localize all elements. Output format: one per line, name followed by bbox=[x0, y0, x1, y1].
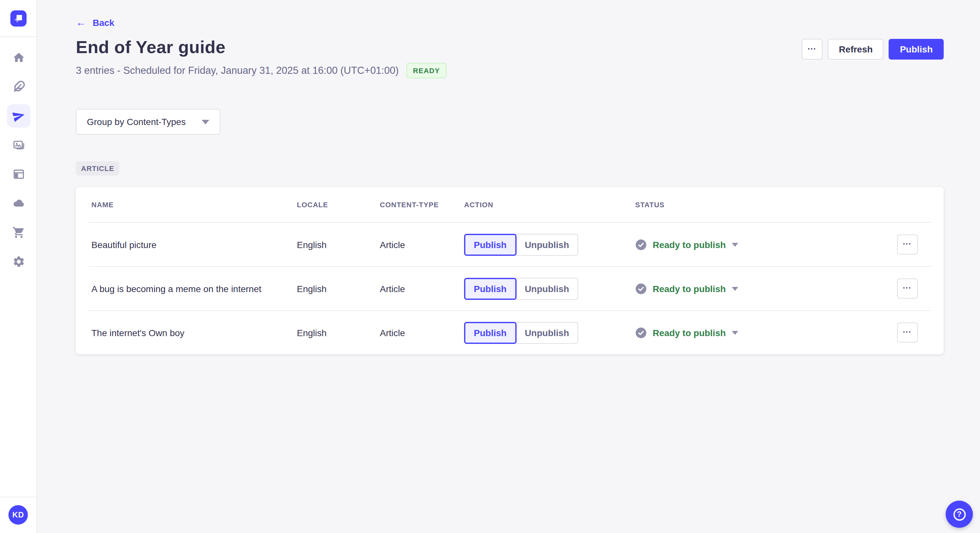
column-header-action: ACTION bbox=[464, 201, 635, 209]
sidebar-item-settings[interactable] bbox=[0, 247, 37, 276]
sidebar-item-cloud[interactable] bbox=[0, 189, 37, 217]
group-by-select[interactable]: Group by Content-Types bbox=[76, 109, 220, 135]
table-header: NAME LOCALE CONTENT-TYPE ACTION STATUS bbox=[89, 187, 931, 222]
cart-icon bbox=[12, 226, 25, 239]
action-segmented-control: Publish Unpublish bbox=[464, 278, 578, 300]
check-circle-icon bbox=[635, 327, 647, 338]
user-avatar[interactable]: KD bbox=[8, 505, 28, 525]
cell-locale: English bbox=[297, 239, 380, 250]
column-header-locale: LOCALE bbox=[297, 201, 380, 209]
paper-plane-icon bbox=[12, 109, 25, 122]
status-label: Ready to publish bbox=[653, 283, 726, 294]
caret-down-icon bbox=[732, 331, 738, 335]
publish-toggle-button[interactable]: Publish bbox=[464, 322, 516, 344]
group-by-label: Group by Content-Types bbox=[87, 117, 186, 127]
cell-locale: English bbox=[297, 327, 380, 338]
sidebar-item-home[interactable] bbox=[0, 43, 37, 72]
row-more-button[interactable]: ••• bbox=[897, 235, 918, 254]
header-actions: ••• Refresh Publish bbox=[802, 39, 944, 60]
back-label: Back bbox=[93, 17, 115, 28]
strapi-logo[interactable] bbox=[10, 10, 26, 26]
images-icon bbox=[12, 138, 25, 151]
app-sidebar: KD bbox=[0, 0, 37, 533]
back-arrow-icon: ← bbox=[76, 17, 86, 28]
gear-icon bbox=[12, 255, 25, 268]
row-more-button[interactable]: ••• bbox=[897, 279, 918, 298]
publish-toggle-button[interactable]: Publish bbox=[464, 233, 516, 255]
sidebar-item-marketplace[interactable] bbox=[0, 217, 37, 247]
status-dropdown[interactable]: Ready to publish bbox=[635, 239, 738, 250]
entries-table-card: NAME LOCALE CONTENT-TYPE ACTION STATUS B… bbox=[76, 187, 944, 354]
logo-container bbox=[0, 0, 36, 37]
chevron-down-icon bbox=[201, 119, 209, 124]
status-dropdown[interactable]: Ready to publish bbox=[635, 327, 738, 338]
column-header-content-type: CONTENT-TYPE bbox=[380, 201, 464, 209]
action-segmented-control: Publish Unpublish bbox=[464, 322, 578, 344]
table-row: A bug is becoming a meme on the internet… bbox=[89, 266, 931, 310]
cloud-icon bbox=[12, 197, 25, 209]
status-badge: READY bbox=[406, 63, 446, 78]
cell-content-type: Article bbox=[380, 327, 464, 338]
refresh-button[interactable]: Refresh bbox=[828, 39, 884, 60]
page-subtitle: 3 entries - Scheduled for Friday, Januar… bbox=[76, 65, 399, 76]
cell-content-type: Article bbox=[380, 283, 464, 294]
page-title: End of Year guide bbox=[76, 36, 446, 58]
feather-icon bbox=[12, 80, 25, 93]
app: KD ← Back End of Year guide 3 entries - … bbox=[0, 0, 980, 533]
main-content: ← Back End of Year guide 3 entries - Sch… bbox=[37, 0, 980, 533]
ellipsis-icon: ••• bbox=[903, 330, 912, 334]
unpublish-toggle-button[interactable]: Unpublish bbox=[515, 322, 578, 344]
table-row: Beautiful picture English Article Publis… bbox=[89, 222, 931, 266]
cell-locale: English bbox=[297, 283, 380, 294]
cell-content-type: Article bbox=[380, 239, 464, 250]
sidebar-nav bbox=[0, 37, 37, 276]
status-dropdown[interactable]: Ready to publish bbox=[635, 283, 738, 294]
caret-down-icon bbox=[732, 287, 738, 290]
status-label: Ready to publish bbox=[653, 327, 726, 338]
title-block: End of Year guide 3 entries - Scheduled … bbox=[76, 36, 446, 78]
check-circle-icon bbox=[635, 239, 647, 250]
sidebar-item-content-manager[interactable] bbox=[0, 72, 37, 101]
cell-name: A bug is becoming a meme on the internet bbox=[91, 283, 297, 294]
page-header: End of Year guide 3 entries - Scheduled … bbox=[76, 36, 944, 78]
home-icon bbox=[12, 51, 25, 64]
cell-name: Beautiful picture bbox=[91, 239, 297, 250]
layout-icon bbox=[12, 167, 25, 180]
unpublish-toggle-button[interactable]: Unpublish bbox=[515, 278, 578, 300]
sidebar-item-releases[interactable] bbox=[0, 101, 37, 130]
publish-button[interactable]: Publish bbox=[889, 39, 944, 60]
back-link[interactable]: ← Back bbox=[76, 17, 115, 28]
check-circle-icon bbox=[635, 283, 647, 294]
row-more-button[interactable]: ••• bbox=[897, 322, 918, 343]
sidebar-item-media-library[interactable] bbox=[0, 130, 37, 159]
unpublish-toggle-button[interactable]: Unpublish bbox=[515, 233, 578, 255]
column-header-name: NAME bbox=[91, 201, 297, 209]
table-row: The internet's Own boy English Article P… bbox=[89, 310, 931, 354]
publish-toggle-button[interactable]: Publish bbox=[464, 278, 516, 300]
sidebar-item-content-type-builder[interactable] bbox=[0, 159, 37, 189]
question-icon: ? bbox=[953, 508, 966, 520]
cell-name: The internet's Own boy bbox=[91, 327, 297, 338]
more-actions-button[interactable]: ••• bbox=[802, 39, 823, 60]
column-header-status: STATUS bbox=[635, 201, 897, 209]
ellipsis-icon: ••• bbox=[808, 46, 817, 51]
status-label: Ready to publish bbox=[653, 239, 726, 250]
help-fab[interactable]: ? bbox=[946, 501, 973, 528]
content-type-group-badge: ARTICLE bbox=[76, 161, 119, 176]
ellipsis-icon: ••• bbox=[903, 241, 912, 246]
action-segmented-control: Publish Unpublish bbox=[464, 233, 578, 255]
sidebar-divider bbox=[0, 497, 37, 497]
caret-down-icon bbox=[732, 243, 738, 246]
ellipsis-icon: ••• bbox=[903, 286, 912, 290]
